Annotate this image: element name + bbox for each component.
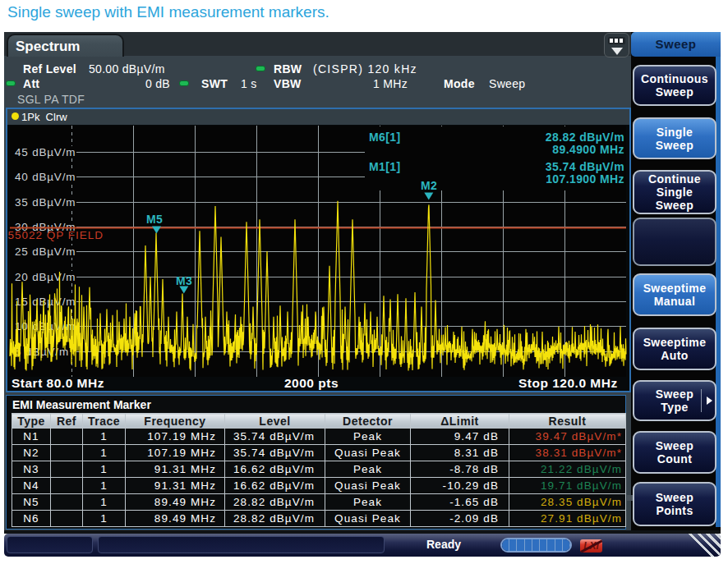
svg-text:M6[1]: M6[1] — [369, 131, 401, 144]
svg-text:M3: M3 — [176, 274, 192, 287]
svg-text:M2: M2 — [421, 179, 437, 192]
svg-text:20 dBµV/m: 20 dBµV/m — [15, 271, 76, 283]
svg-text:M5: M5 — [146, 213, 163, 226]
svg-text:35 dBµV/m: 35 dBµV/m — [15, 196, 76, 209]
svg-text:25 dBµV/m: 25 dBµV/m — [15, 245, 76, 258]
svg-text:M1[1]: M1[1] — [369, 160, 401, 173]
svg-text:45 dBµV/m: 45 dBµV/m — [15, 146, 76, 158]
svg-text:40 dBµV/m: 40 dBµV/m — [15, 171, 76, 183]
svg-text:89.4900 MHz: 89.4900 MHz — [552, 143, 624, 156]
svg-text:15 dBµV/m: 15 dBµV/m — [15, 296, 76, 308]
svg-text:107.1900 MHz: 107.1900 MHz — [546, 172, 624, 186]
svg-text:55022 QP FIELD: 55022 QP FIELD — [8, 229, 104, 241]
